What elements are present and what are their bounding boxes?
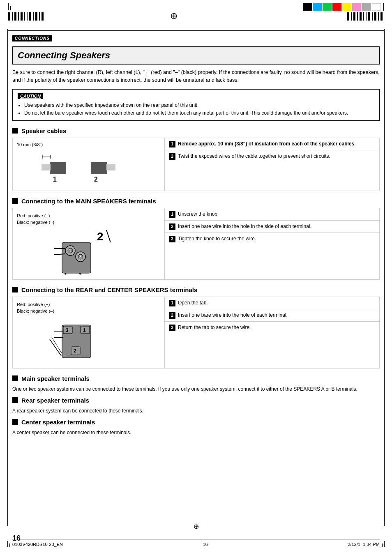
- connections-label: CONNECTIONS: [12, 35, 52, 41]
- right-border: [384, 29, 385, 526]
- bullet-icon: [12, 128, 18, 134]
- rear-center-section: Red: positive (+) Black: negative (–) 1 …: [12, 297, 380, 368]
- svg-rect-0: [50, 162, 66, 174]
- svg-text:2: 2: [94, 176, 98, 183]
- main-speakers-steps: 1 Unscrew the knob. 2 Insert one bare wi…: [165, 208, 379, 279]
- svg-text:2: 2: [97, 230, 104, 243]
- rear-center-label: Connecting to the REAR and CENTER SPEAKE…: [21, 286, 197, 293]
- svg-text:3: 3: [66, 327, 69, 333]
- top-center-decoration: ⊕: [170, 3, 178, 21]
- svg-rect-9: [106, 167, 115, 169]
- step-num-1: 1: [169, 141, 175, 147]
- svg-text:1: 1: [64, 272, 67, 275]
- top-hline: [7, 29, 385, 29]
- speaker-cables-section: 10 mm (3/8") 1: [12, 138, 380, 191]
- svg-line-16: [106, 230, 111, 242]
- main-step-1: 1 Unscrew the knob.: [165, 208, 379, 221]
- center-terminal-label: Center speaker terminals: [21, 419, 95, 426]
- rear-step-num-3: 3: [169, 325, 175, 331]
- svg-text:3: 3: [79, 255, 82, 259]
- main-speakers-diagram: Red: positive (+) Black: negative (–) 2: [13, 208, 165, 279]
- bullet-icon-2: [12, 198, 18, 204]
- caution-item-1: Use speakers with the specified impedanc…: [24, 101, 374, 109]
- svg-rect-3: [42, 167, 51, 169]
- svg-rect-10: [106, 169, 115, 170]
- top-bar: ⊕: [0, 0, 392, 29]
- rear-terminal-heading: Rear speaker terminals: [12, 397, 380, 404]
- main-step-num-2: 2: [169, 223, 175, 230]
- svg-line-37: [50, 339, 61, 356]
- rear-center-svg: 1 3 2: [17, 315, 140, 364]
- speaker-cables-label: Speaker cables: [21, 127, 66, 134]
- svg-text:1: 1: [53, 176, 57, 183]
- rear-step-text-2: Insert one bare wire into the hole of ea…: [178, 312, 375, 319]
- step-2: 2 Twist the exposed wires of the cable t…: [165, 150, 379, 162]
- svg-line-38: [52, 337, 62, 354]
- bottom-corner-left: [7, 541, 10, 547]
- main-speakers-svg: 2 1 3 1 3: [17, 226, 140, 275]
- main-terminal-labels: Red: positive (+) Black: negative (–): [17, 212, 160, 226]
- main-terminal-label: Main speaker terminals: [21, 375, 90, 382]
- footer-center-num: 16: [203, 542, 208, 547]
- svg-text:3: 3: [78, 272, 82, 275]
- barcode-right: [347, 12, 384, 21]
- main-speakers-heading: Connecting to the MAIN SPEAKERS terminal…: [12, 198, 380, 205]
- svg-rect-7: [106, 164, 115, 166]
- red-label: Red: positive (+): [17, 212, 160, 219]
- rear-center-heading: Connecting to the REAR and CENTER SPEAKE…: [12, 286, 380, 293]
- svg-rect-8: [106, 166, 115, 167]
- footer-content: 0103V420RDS10-20_EN 16 2/12/1, 1:34 PM: [12, 542, 380, 547]
- bullet-icon-4: [12, 375, 18, 381]
- page: ⊕: [0, 0, 392, 555]
- page-number: 16: [12, 534, 21, 543]
- svg-rect-4: [42, 169, 51, 170]
- main-content: CONNECTIONS Connecting Speakers Be sure …: [0, 31, 392, 451]
- main-step-text-1: Unscrew the knob.: [178, 211, 375, 218]
- svg-text:2: 2: [74, 348, 76, 354]
- main-terminal-text: One or two speaker systems can be connec…: [12, 385, 380, 393]
- rear-red-label: Red: positive (+): [17, 301, 160, 308]
- svg-text:1: 1: [83, 327, 86, 333]
- rear-step-2: 2 Insert one bare wire into the hole of …: [165, 309, 379, 322]
- rear-terminal-labels: Red: positive (+) Black: negative (–): [17, 301, 160, 315]
- top-left-decoration: [8, 3, 45, 21]
- center-terminal-heading: Center speaker terminals: [12, 419, 380, 426]
- bullet-icon-5: [12, 397, 18, 403]
- center-terminal-desc: Center speaker terminals A center speake…: [12, 419, 380, 436]
- rear-center-steps: 1 Open the tab. 2 Insert one bare wire i…: [165, 297, 379, 368]
- barcode-left: [8, 12, 45, 21]
- step-num-2: 2: [169, 153, 175, 160]
- left-border: [7, 29, 8, 526]
- intro-text: Be sure to connect the right channel (R)…: [12, 69, 380, 84]
- rear-center-diagram: Red: positive (+) Black: negative (–) 1 …: [13, 297, 165, 368]
- speaker-cables-steps: 1 Remove approx. 10 mm (3/8") of insulat…: [165, 138, 379, 191]
- rear-terminal-text: A rear speaker system can be connected t…: [12, 407, 380, 415]
- speaker-cables-heading: Speaker cables: [12, 127, 380, 134]
- speaker-cables-diagram: 10 mm (3/8") 1: [13, 138, 165, 191]
- rear-step-text-1: Open the tab.: [178, 299, 375, 306]
- svg-text:1: 1: [69, 249, 71, 253]
- rear-step-num-1: 1: [169, 300, 175, 306]
- rear-black-label: Black: negative (–): [17, 308, 160, 315]
- main-speakers-section: Red: positive (+) Black: negative (–) 2: [12, 208, 380, 280]
- page-title: Connecting Speakers: [18, 50, 374, 61]
- step-text-2: Twist the exposed wires of the cable tog…: [178, 153, 375, 160]
- caution-item-2: Do not let the bare speaker wires touch …: [24, 109, 374, 117]
- main-speakers-label: Connecting to the MAIN SPEAKERS terminal…: [21, 198, 156, 205]
- footer-right: 2/12/1, 1:34 PM: [348, 542, 380, 547]
- bottom-corner-right: [382, 541, 385, 547]
- cable-length-label: 10 mm (3/8"): [17, 142, 160, 147]
- rear-step-3: 3 Return the tab to secure the wire.: [165, 322, 379, 334]
- step-1: 1 Remove approx. 10 mm (3/8") of insulat…: [165, 138, 379, 150]
- main-terminal-desc: Main speaker terminals One or two speake…: [12, 375, 380, 393]
- main-step-text-3: Tighten the knob to secure the wire.: [178, 235, 375, 242]
- black-label: Black: negative (–): [17, 219, 160, 226]
- rear-step-text-3: Return the tab to secure the wire.: [178, 324, 375, 331]
- rear-terminal-desc: Rear speaker terminals A rear speaker sy…: [12, 397, 380, 415]
- compass-icon: ⊕: [170, 11, 178, 21]
- color-palette: [303, 3, 384, 11]
- caution-title: CAUTION: [18, 93, 43, 99]
- main-step-text-2: Insert one bare wire into the hole in th…: [178, 223, 375, 230]
- center-terminal-text: A center speaker can be connected to the…: [12, 429, 380, 436]
- svg-rect-2: [42, 166, 51, 167]
